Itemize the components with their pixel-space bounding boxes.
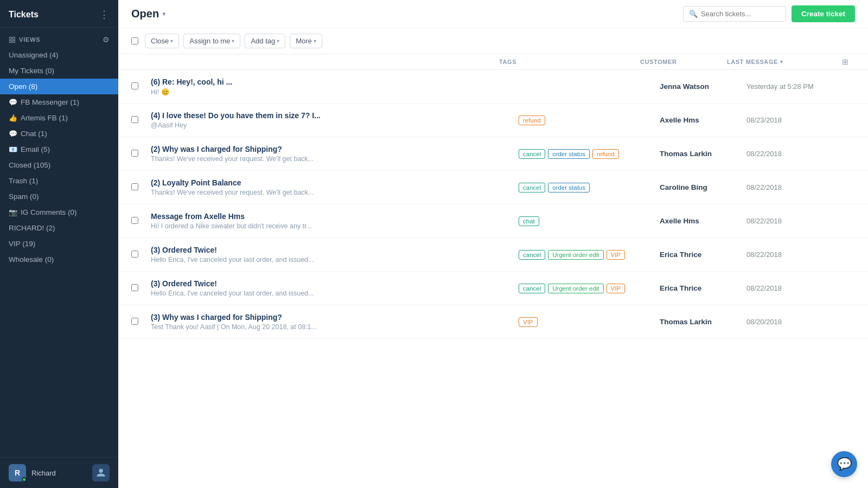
ticket-subject: Message from Axelle Hms bbox=[151, 212, 519, 221]
sidebar-item-chat[interactable]: 💬Chat (1) bbox=[0, 126, 118, 142]
ticket-tag[interactable]: Urgent order edit bbox=[548, 284, 603, 293]
select-all-checkbox[interactable] bbox=[131, 37, 138, 44]
sidebar-item-label-chat: Chat (1) bbox=[21, 130, 47, 138]
ticket-tag[interactable]: order status bbox=[548, 183, 590, 192]
ticket-row[interactable]: (6) Re: Hey!, cool, hi ...Hi! 😊Jenna Wat… bbox=[118, 70, 868, 104]
more-dropdown-arrow: ▾ bbox=[314, 38, 316, 44]
ticket-tag[interactable]: cancel bbox=[519, 149, 545, 159]
ticket-tag[interactable]: chat bbox=[519, 216, 539, 226]
ticket-info: (3) Why was I charged for Shipping?Test … bbox=[151, 307, 519, 336]
sidebar-item-artemis-fb[interactable]: 👍Artemis FB (1) bbox=[0, 110, 118, 126]
ticket-tag[interactable]: VIP bbox=[607, 250, 626, 260]
topbar-right: 🔍 Create ticket bbox=[683, 5, 855, 22]
ticket-subject: (2) Why was I charged for Shipping? bbox=[151, 145, 519, 153]
sidebar-item-label-artemis-fb: Artemis FB (1) bbox=[21, 114, 68, 122]
ticket-customer: Thomas Larkin bbox=[660, 150, 746, 158]
sidebar-item-label-richard: RICHARD! (2) bbox=[9, 224, 55, 232]
ticket-preview: Hello Erica, I've canceled your last ord… bbox=[151, 290, 433, 297]
sidebar-section-header: VIEWS ⚙ bbox=[0, 28, 118, 47]
ticket-row[interactable]: (3) Ordered Twice!Hello Erica, I've canc… bbox=[118, 272, 868, 305]
ticket-tags: cancelUrgent order editVIP bbox=[519, 284, 660, 293]
user-avatar-icon[interactable] bbox=[92, 464, 110, 481]
ticket-row[interactable]: (3) Why was I charged for Shipping?Test … bbox=[118, 305, 868, 339]
ticket-info: Message from Axelle HmsHi! I ordered a N… bbox=[151, 207, 519, 235]
sidebar-item-icon-email: 📧 bbox=[9, 145, 17, 153]
ticket-tag[interactable]: cancel bbox=[519, 284, 545, 293]
ticket-last-message: 08/22/2018 bbox=[746, 183, 855, 191]
sidebar-item-label-unassigned: Unassigned (4) bbox=[9, 51, 59, 59]
ticket-checkbox-cell bbox=[131, 317, 151, 327]
sidebar-item-ig-comments[interactable]: 📷IG Comments (0) bbox=[0, 204, 118, 220]
ticket-row[interactable]: (4) I love these! Do you have them in si… bbox=[118, 104, 868, 137]
ticket-checkbox-cell bbox=[131, 216, 151, 226]
chat-bubble-icon: 💬 bbox=[837, 457, 852, 471]
ticket-checkbox-cell bbox=[131, 183, 151, 192]
ticket-subject: (4) I love these! Do you have them in si… bbox=[151, 111, 519, 120]
ticket-checkbox-cell bbox=[131, 115, 151, 125]
close-button[interactable]: Close ▾ bbox=[145, 34, 179, 48]
sidebar-title: Tickets bbox=[9, 10, 39, 20]
sidebar-item-closed[interactable]: Closed (105) bbox=[0, 157, 118, 173]
sidebar-item-open[interactable]: Open (8) bbox=[0, 79, 118, 94]
sidebar-item-email[interactable]: 📧Email (5) bbox=[0, 142, 118, 157]
ticket-tag[interactable]: Urgent order edit bbox=[548, 250, 603, 260]
sidebar-item-label-open: Open (8) bbox=[9, 82, 37, 91]
close-dropdown-arrow: ▾ bbox=[170, 38, 173, 44]
avatar-wrap: R bbox=[9, 464, 26, 481]
more-button[interactable]: More ▾ bbox=[290, 34, 322, 48]
sidebar-item-richard[interactable]: RICHARD! (2) bbox=[0, 220, 118, 236]
chat-bubble[interactable]: 💬 bbox=[831, 451, 857, 477]
ticket-tag[interactable]: order status bbox=[548, 149, 590, 159]
ticket-checkbox[interactable] bbox=[131, 318, 138, 325]
user-icon bbox=[96, 468, 106, 478]
column-headers: TAGS CUSTOMER LAST MESSAGE ▾ ⊞ bbox=[118, 54, 868, 70]
sidebar-item-fb-messenger[interactable]: 💬FB Messenger (1) bbox=[0, 94, 118, 110]
ticket-checkbox[interactable] bbox=[131, 217, 138, 224]
sidebar-item-vip[interactable]: VIP (19) bbox=[0, 236, 118, 252]
ticket-checkbox[interactable] bbox=[131, 284, 138, 291]
create-ticket-button[interactable]: Create ticket bbox=[792, 5, 855, 22]
search-input[interactable] bbox=[701, 10, 780, 18]
ticket-tag[interactable]: refund bbox=[519, 115, 545, 125]
online-status-dot bbox=[22, 477, 27, 482]
ticket-tag[interactable]: VIP bbox=[519, 317, 538, 327]
sidebar-item-label-ig-comments: IG Comments (0) bbox=[21, 208, 77, 216]
col-lastmsg-header[interactable]: LAST MESSAGE ▾ bbox=[727, 54, 835, 69]
sidebar-item-spam[interactable]: Spam (0) bbox=[0, 189, 118, 204]
ticket-tag[interactable]: cancel bbox=[519, 183, 545, 192]
svg-rect-0 bbox=[10, 37, 12, 39]
ticket-tag[interactable]: cancel bbox=[519, 250, 545, 260]
settings-icon[interactable]: ⚙ bbox=[103, 35, 110, 44]
ticket-last-message: 08/22/2018 bbox=[746, 217, 855, 225]
sidebar-menu-icon[interactable]: ⋮ bbox=[99, 9, 110, 21]
topbar: Open ▾ 🔍 Create ticket bbox=[118, 0, 868, 28]
ticket-checkbox[interactable] bbox=[131, 183, 138, 190]
ticket-tags: cancelUrgent order editVIP bbox=[519, 250, 660, 260]
sidebar-item-wholesale[interactable]: Wholesale (0) bbox=[0, 252, 118, 267]
assign-to-me-button[interactable]: Assign to me ▾ bbox=[183, 34, 240, 48]
ticket-row[interactable]: (3) Ordered Twice!Hello Erica, I've canc… bbox=[118, 238, 868, 272]
ticket-tag[interactable]: refund bbox=[592, 149, 619, 159]
ticket-preview: Hello Erica, I've canceled your last ord… bbox=[151, 256, 433, 264]
ticket-checkbox[interactable] bbox=[131, 251, 138, 258]
ticket-customer: Jenna Watson bbox=[660, 82, 746, 91]
add-tag-button[interactable]: Add tag ▾ bbox=[245, 34, 285, 48]
ticket-subject: (3) Why was I charged for Shipping? bbox=[151, 313, 519, 322]
sidebar-item-my-tickets[interactable]: My Tickets (0) bbox=[0, 63, 118, 79]
ticket-tag[interactable]: VIP bbox=[607, 284, 626, 293]
ticket-row[interactable]: (2) Why was I charged for Shipping?Thank… bbox=[118, 137, 868, 171]
ticket-preview: Hi! 😊 bbox=[151, 88, 433, 96]
ticket-row[interactable]: Message from Axelle HmsHi! I ordered a N… bbox=[118, 204, 868, 238]
sidebar-item-trash[interactable]: Trash (1) bbox=[0, 173, 118, 189]
ticket-checkbox[interactable] bbox=[131, 150, 138, 157]
ticket-checkbox[interactable] bbox=[131, 82, 138, 89]
sidebar-item-label-closed: Closed (105) bbox=[9, 161, 50, 169]
sidebar-item-unassigned[interactable]: Unassigned (4) bbox=[0, 47, 118, 63]
add-tag-dropdown-arrow: ▾ bbox=[277, 38, 279, 44]
page-title-dropdown[interactable]: ▾ bbox=[162, 10, 166, 18]
ticket-subject: (3) Ordered Twice! bbox=[151, 246, 519, 254]
ticket-checkbox[interactable] bbox=[131, 116, 138, 123]
ticket-row[interactable]: (2) Loyalty Point BalanceThanks! We've r… bbox=[118, 171, 868, 204]
grid-view-icon[interactable]: ⊞ bbox=[842, 57, 848, 66]
svg-rect-3 bbox=[13, 40, 15, 42]
